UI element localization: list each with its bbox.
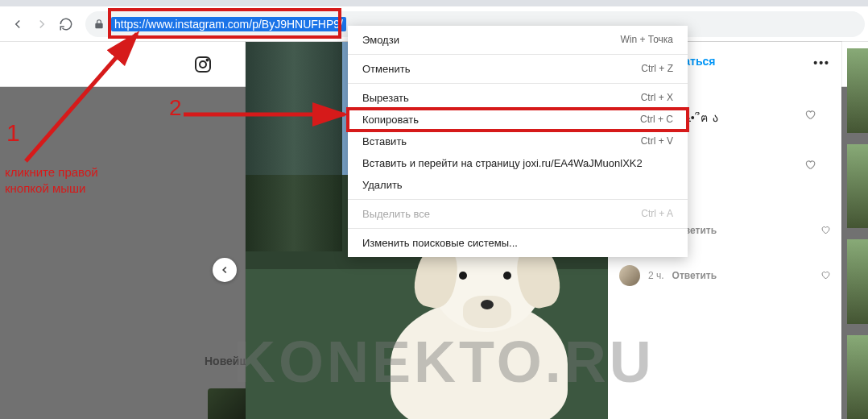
context-menu-item[interactable]: ВырезатьCtrl + X (348, 87, 688, 109)
context-menu-separator (348, 83, 688, 84)
annotation-arrow-1 (16, 24, 177, 172)
avatar[interactable] (619, 265, 640, 286)
context-menu-shortcut: Ctrl + V (641, 135, 673, 147)
like-comment-button[interactable] (820, 269, 830, 282)
comment-row: 2 ч. Ответить (619, 265, 830, 286)
tab-strip (0, 0, 868, 6)
context-menu-shortcut: Ctrl + A (641, 208, 673, 220)
annotation-number-2: 2 (169, 95, 182, 121)
context-menu-item[interactable]: ЭмодзиWin + Точка (348, 29, 688, 51)
comment-time: 2 ч. (648, 270, 664, 281)
like-button[interactable] (804, 159, 816, 172)
like-caption-button[interactable] (804, 109, 816, 122)
more-options-button[interactable]: ••• (813, 56, 830, 69)
context-menu-separator (348, 228, 688, 229)
instagram-logo-icon[interactable] (193, 55, 213, 74)
context-menu-item[interactable]: ОтменитьCtrl + Z (348, 58, 688, 80)
background-thumbs-right (847, 48, 868, 419)
context-menu-shortcut: Ctrl + X (641, 92, 673, 104)
like-comment-button[interactable] (820, 224, 830, 237)
context-menu-item: Выделить всеCtrl + A (348, 203, 688, 225)
context-menu-separator (348, 199, 688, 200)
context-menu-item[interactable]: Изменить поисковые системы... (348, 232, 688, 254)
svg-point-1 (200, 61, 206, 68)
context-menu-item[interactable]: Вставить и перейти на страницу joxi.ru/E… (348, 152, 688, 174)
watermark: KONEKTO.RU (234, 329, 655, 395)
context-menu-label: Выделить все (362, 208, 430, 220)
prev-post-button[interactable] (213, 258, 237, 282)
context-menu-label: Вставить (362, 135, 407, 147)
context-menu-shortcut: Ctrl + Z (641, 63, 673, 75)
context-menu-shortcut: Ctrl + C (640, 114, 673, 126)
context-menu-label: Копировать (362, 114, 419, 126)
context-menu-label: Удалить (362, 179, 403, 191)
reply-link[interactable]: Ответить (672, 270, 717, 281)
annotation-arrow-2 (184, 103, 353, 131)
svg-point-2 (207, 59, 209, 60)
context-menu-item[interactable]: КопироватьCtrl + C (348, 109, 688, 131)
context-menu-label: Изменить поисковые системы... (362, 237, 518, 249)
context-menu-item[interactable]: ВставитьCtrl + V (348, 131, 688, 152)
context-menu-label: Вырезать (362, 92, 409, 104)
context-menu-label: Вставить и перейти на страницу joxi.ru/E… (362, 157, 643, 169)
context-menu-label: Отменить (362, 63, 410, 75)
context-menu-item[interactable]: Удалить (348, 174, 688, 196)
annotation-number-1: 1 (6, 119, 20, 147)
annotation-instruction: кликните правой кнопкой мыши (5, 164, 142, 197)
context-menu[interactable]: ЭмодзиWin + ТочкаОтменитьCtrl + ZВырезат… (348, 26, 688, 257)
svg-line-5 (26, 34, 137, 161)
context-menu-shortcut: Win + Точка (620, 34, 673, 46)
context-menu-label: Эмодзи (362, 34, 399, 46)
context-menu-separator (348, 54, 688, 55)
